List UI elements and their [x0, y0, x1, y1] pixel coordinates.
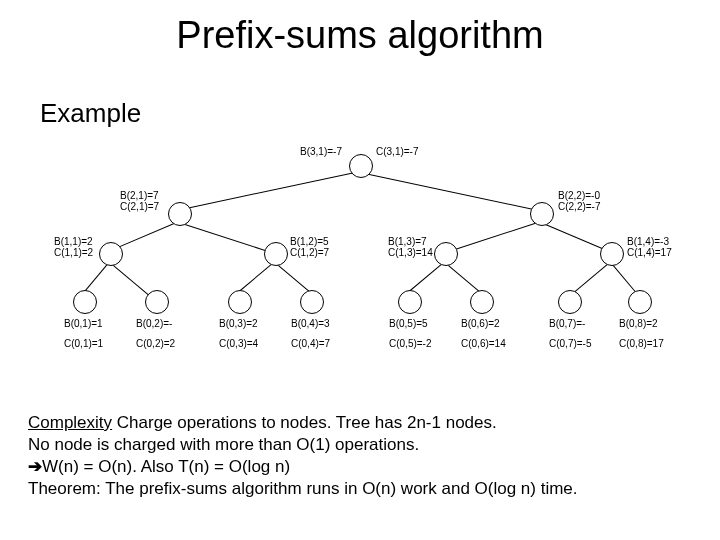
node-label: B(0,7)=-	[549, 318, 585, 329]
node-label: B(2,1)=7	[120, 190, 159, 201]
node-label: C(0,1)=1	[64, 338, 103, 349]
node-label: B(0,4)=3	[291, 318, 330, 329]
slide: Prefix-sums algorithm Example B(3,1)=-7 …	[0, 0, 720, 540]
node-label: C(1,1)=2	[54, 247, 93, 258]
node-label: B(0,6)=2	[461, 318, 500, 329]
complexity-line4: Theorem: The prefix-sums algorithm runs …	[28, 479, 578, 498]
node-label: B(1,2)=5	[290, 236, 329, 247]
node-label: B(0,5)=5	[389, 318, 428, 329]
node-label: C(0,2)=2	[136, 338, 175, 349]
node-l0-6	[558, 290, 582, 314]
node-root	[349, 154, 373, 178]
node-l0-2	[228, 290, 252, 314]
node-label: C(0,6)=14	[461, 338, 506, 349]
edge	[178, 171, 360, 211]
node-l0-1	[145, 290, 169, 314]
node-label: C(2,2)=-7	[558, 201, 601, 212]
complexity-line3: W(n) = O(n). Also T(n) = O(log n)	[42, 457, 290, 476]
edge	[446, 221, 541, 253]
node-label: B(0,1)=1	[64, 318, 103, 329]
node-l0-0	[73, 290, 97, 314]
complexity-line2: No node is charged with more than O(1) o…	[28, 435, 419, 454]
edge	[610, 262, 638, 295]
node-label: C(0,5)=-2	[389, 338, 432, 349]
node-label: B(0,3)=2	[219, 318, 258, 329]
node-l2-0	[168, 202, 192, 226]
node-label: C(1,2)=7	[290, 247, 329, 258]
node-label: C(3,1)=-7	[376, 146, 419, 157]
page-title: Prefix-sums algorithm	[0, 14, 720, 57]
node-l1-1	[264, 242, 288, 266]
node-l0-3	[300, 290, 324, 314]
node-l0-5	[470, 290, 494, 314]
node-label: C(1,3)=14	[388, 247, 433, 258]
tree-diagram: B(3,1)=-7 C(3,1)=-7 B(2,1)=7 C(2,1)=7 B(…	[0, 150, 720, 370]
example-heading: Example	[40, 98, 141, 129]
node-label: B(2,2)=-0	[558, 190, 600, 201]
node-l1-3	[600, 242, 624, 266]
edge	[179, 222, 274, 254]
node-label: C(0,8)=17	[619, 338, 664, 349]
arrow-icon: ➔	[28, 456, 42, 478]
node-label: B(1,1)=2	[54, 236, 93, 247]
node-label: C(0,3)=4	[219, 338, 258, 349]
node-l2-1	[530, 202, 554, 226]
node-label: C(0,4)=7	[291, 338, 330, 349]
complexity-block: Complexity Charge operations to nodes. T…	[28, 412, 578, 500]
node-label: C(2,1)=7	[120, 201, 159, 212]
edge	[109, 262, 153, 299]
node-label: B(0,8)=2	[619, 318, 658, 329]
node-l0-7	[628, 290, 652, 314]
node-l1-2	[434, 242, 458, 266]
complexity-line1: Charge operations to nodes. Tree has 2n-…	[112, 413, 497, 432]
node-l1-0	[99, 242, 123, 266]
node-label: C(1,4)=17	[627, 247, 672, 258]
node-label: B(3,1)=-7	[300, 146, 342, 157]
node-label: C(0,7)=-5	[549, 338, 592, 349]
node-label: B(1,3)=7	[388, 236, 427, 247]
edge	[360, 172, 542, 212]
complexity-label: Complexity	[28, 413, 112, 432]
node-label: B(0,2)=-	[136, 318, 172, 329]
node-label: B(1,4)=-3	[627, 236, 669, 247]
node-l0-4	[398, 290, 422, 314]
edge	[541, 222, 610, 252]
